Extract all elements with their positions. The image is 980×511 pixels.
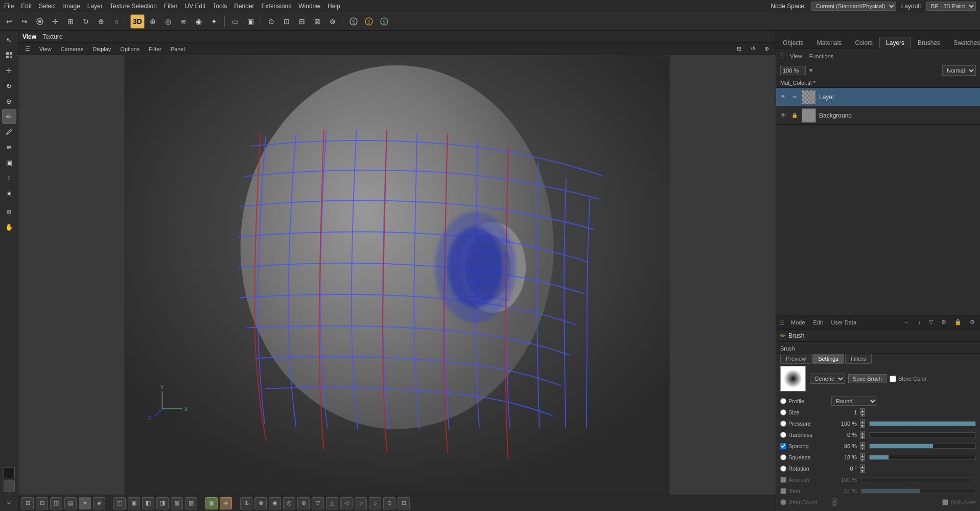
circle-btn[interactable]: ○ [109, 14, 124, 29]
view-btn[interactable]: View [788, 52, 804, 60]
squeeze-radio[interactable] [780, 454, 786, 460]
redo-btn[interactable]: ↪ [17, 14, 32, 29]
render-btn[interactable] [33, 14, 47, 29]
menu-tools[interactable]: Tools [213, 3, 227, 10]
size-radio[interactable] [780, 409, 786, 415]
brush-tab-filters[interactable]: Filters [845, 354, 872, 364]
opacity-arrow[interactable]: ▼ [808, 67, 814, 74]
hardness-up[interactable]: ▲ [860, 431, 865, 435]
jitter-count-radio[interactable] [780, 499, 786, 505]
viewport-tab-texture[interactable]: Texture [42, 33, 62, 40]
size-dn[interactable]: ▼ [860, 412, 865, 416]
edit-btn[interactable]: Edit [811, 318, 825, 327]
layer-lock-1[interactable]: ✏ [790, 93, 799, 101]
spacing-up[interactable]: ▲ [860, 442, 865, 446]
bottom-btn-18[interactable]: ◎ [283, 497, 295, 509]
s2-btn[interactable]: S [362, 14, 376, 29]
layer-item-background[interactable]: 👁 🔒 Background [776, 106, 980, 125]
filter-btn[interactable]: ▽ [927, 318, 935, 327]
sel-fill-btn[interactable]: ▣ [243, 14, 258, 29]
tab-colors[interactable]: Colors [848, 37, 879, 49]
bottom-btn-16[interactable]: ⊗ [254, 497, 267, 509]
bottom-btn-24[interactable]: ○ [369, 497, 381, 509]
view3-btn[interactable]: ⊟ [295, 14, 309, 29]
tool-fill-btn[interactable]: ▣ [2, 155, 16, 170]
undo-btn[interactable]: ↩ [2, 14, 16, 29]
blur-btn[interactable]: ◉ [192, 14, 206, 29]
smear-btn[interactable]: ≋ [176, 14, 191, 29]
s3-btn[interactable]: S [377, 14, 391, 29]
menu-filter[interactable]: Filter [164, 3, 178, 10]
node-space-select[interactable]: Current (Standard/Physical) [811, 2, 896, 11]
hardness-dn[interactable]: ▼ [860, 435, 865, 439]
jitter-checkbox[interactable] [780, 488, 786, 494]
spacing-dn[interactable]: ▼ [860, 446, 865, 450]
hamburger-icon[interactable]: ☰ [779, 53, 785, 60]
view4-btn[interactable]: ⊠ [310, 14, 324, 29]
size-up[interactable]: ▲ [860, 408, 865, 412]
background-color[interactable] [4, 480, 15, 492]
bottom-btn-1[interactable]: ⊞ [21, 497, 34, 509]
functions-btn[interactable]: Functions [807, 52, 836, 60]
bottom-btn-3[interactable]: ◫ [50, 497, 62, 509]
stamp-btn[interactable]: ◎ [161, 14, 175, 29]
vt2-panel[interactable]: Panel [167, 44, 189, 54]
viewport-3d[interactable]: X Y Z [18, 55, 776, 495]
tool-text-btn[interactable]: T [2, 171, 16, 185]
bottom-btn-20[interactable]: ▽ [312, 497, 324, 509]
brush-tab-preview[interactable]: Preview [780, 354, 811, 364]
tool-select-btn[interactable]: ↖ [2, 33, 16, 47]
bottom-btn-2[interactable]: ⊟ [36, 497, 48, 509]
bottom-btn-11[interactable]: ▧ [171, 497, 183, 509]
blend-mode-select[interactable]: Normal [942, 65, 976, 76]
tool-layers-btn[interactable] [2, 48, 16, 62]
menu-uv-edit[interactable]: UV Edit [185, 3, 206, 10]
tool-eyedropper-btn[interactable] [2, 125, 16, 139]
both-axes-checkbox[interactable] [942, 499, 948, 505]
move-btn[interactable]: ✛ [48, 14, 62, 29]
layout-select[interactable]: BP - 3D Paint [926, 2, 976, 11]
settings-btn[interactable]: ⚙ [968, 318, 977, 327]
menu-layer[interactable]: Layer [87, 3, 103, 10]
bottom-btn-12[interactable]: ▨ [185, 497, 197, 509]
tool-zoom-btn[interactable]: ⊕ [2, 204, 16, 219]
userdata-btn[interactable]: User Data [829, 318, 859, 327]
clone-btn[interactable]: ⊛ [146, 14, 160, 29]
tool-star-btn[interactable]: ★ [2, 186, 16, 200]
bottom-btn-15[interactable]: ⊕ [240, 497, 252, 509]
layer-eye-1[interactable]: 👁 [779, 93, 787, 101]
transform-btn[interactable]: ⊕ [94, 14, 108, 29]
opacity-input[interactable] [780, 66, 806, 75]
squeeze-dn[interactable]: ▼ [860, 457, 865, 461]
vt2-view-label[interactable]: View [36, 44, 55, 54]
tab-objects[interactable]: Objects [776, 37, 810, 49]
brush-tab-settings[interactable]: Settings [812, 354, 844, 364]
bottom-btn-10[interactable]: ◨ [156, 497, 169, 509]
bottom-btn-9[interactable]: ◧ [142, 497, 154, 509]
rotation-radio[interactable] [780, 466, 786, 472]
menu-texture-selection[interactable]: Texture Selection [110, 3, 157, 10]
bottom-btn-14[interactable]: ◈ [220, 497, 232, 509]
vt2-filter[interactable]: Filter [145, 44, 165, 54]
viewport-tab-view[interactable]: View [22, 33, 36, 40]
lock-btn[interactable]: 🔒 [952, 318, 964, 327]
tool-smear-btn[interactable]: ≋ [2, 140, 16, 154]
scale-btn[interactable]: ⊞ [63, 14, 78, 29]
s1-btn[interactable]: S [346, 14, 361, 29]
brush-hamburger-icon[interactable]: ☰ [779, 319, 785, 326]
mode-btn[interactable]: Mode [789, 318, 807, 327]
vt2-fit-icon[interactable]: ⊞ [733, 44, 745, 54]
view5-btn[interactable]: ⊚ [325, 14, 340, 29]
vt2-display[interactable]: Display [89, 44, 114, 54]
tool-rotate-btn[interactable]: ↻ [2, 79, 16, 93]
jitter-count-up[interactable]: ▲ [832, 498, 837, 502]
vt2-obj-icon[interactable]: ⊕ [761, 44, 773, 54]
pressure-radio[interactable] [780, 421, 786, 427]
back-btn[interactable]: ← [902, 318, 912, 327]
bottom-btn-8[interactable]: ▣ [128, 497, 140, 509]
pressure-dn[interactable]: ▼ [860, 424, 865, 428]
save-brush-btn[interactable]: Save Brush [848, 374, 886, 383]
menu-extensions[interactable]: Extensions [262, 3, 292, 10]
layer-item-layer[interactable]: 👁 ✏ Layer [776, 88, 980, 106]
bottom-btn-21[interactable]: △ [326, 497, 338, 509]
